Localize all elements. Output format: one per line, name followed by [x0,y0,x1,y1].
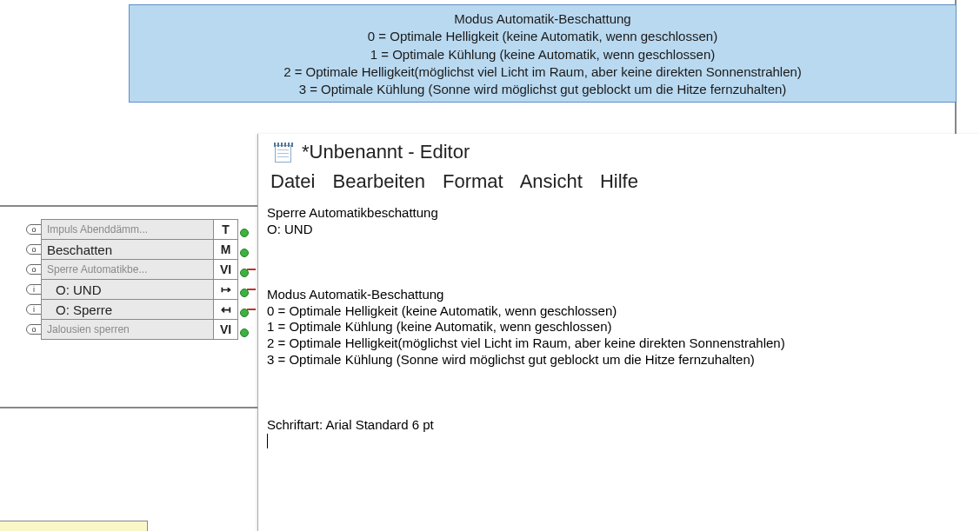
io-connector[interactable] [240,285,252,294]
menu-edit[interactable]: Bearbeiten [332,170,424,192]
io-row[interactable]: oImpuls Abenddämm...T [26,219,252,240]
comment-line: 2 = Optimale Helligkeit(möglichst viel L… [137,63,949,81]
menu-file[interactable]: Datei [270,170,315,192]
io-label: O: UND [41,279,214,300]
io-connector[interactable] [240,265,252,274]
editor-textarea[interactable]: Sperre Automatikbeschattung O: UND Modus… [258,198,980,458]
io-bullet: o [26,244,42,255]
comment-title: Modus Automatik-Beschattung [137,10,949,28]
comment-line: 1 = Optimale Kühlung (keine Automatik, w… [137,46,949,63]
io-connector[interactable] [240,305,252,314]
editor-window: *Unbenannt - Editor Datei Bearbeiten For… [257,134,980,531]
io-connector[interactable] [240,325,252,334]
io-label: Sperre Automatikbe... [41,259,214,280]
io-row[interactable]: iO: UND↦ [26,279,252,300]
io-bullet: o [26,224,42,235]
io-bullet: i [26,304,42,315]
editor-text: Sperre Automatikbeschattung O: UND Modus… [267,205,785,432]
yellow-block [0,521,148,531]
comment-line: 3 = Optimale Kühlung (Sonne wird möglich… [137,81,949,98]
io-type: VI [214,259,238,280]
io-label: O: Sperre [41,299,214,320]
io-type: VI [214,319,238,340]
text-cursor [267,434,268,448]
comment-line: 0 = Optimale Helligkeit (keine Automatik… [137,28,949,45]
io-bullet: o [26,264,42,275]
io-type: T [214,219,238,240]
io-label: Impuls Abenddämm... [41,219,214,240]
io-label: Jalousien sperren [41,319,214,340]
io-block: oImpuls Abenddämm...ToBeschattenMoSperre… [26,219,252,339]
io-row[interactable]: iO: Sperre↤ [26,299,252,320]
io-row[interactable]: oSperre Automatikbe...VI [26,259,252,280]
io-bullet: i [26,284,42,295]
io-connector[interactable] [240,245,252,254]
io-bullet: o [26,324,42,335]
io-row[interactable]: oJalousien sperrenVI [26,319,252,340]
io-type: M [214,239,238,260]
io-type: ↤ [214,299,238,320]
editor-title: *Unbenannt - Editor [302,141,470,163]
editor-menu: Datei Bearbeiten Format Ansicht Hilfe [258,167,980,198]
notepad-icon [274,141,293,163]
io-connector[interactable] [240,225,252,234]
io-label: Beschatten [41,239,214,260]
comment-box: Modus Automatik-Beschattung 0 = Optimale… [129,4,957,103]
io-row[interactable]: oBeschattenM [26,239,252,260]
menu-view[interactable]: Ansicht [520,170,583,192]
menu-help[interactable]: Hilfe [600,170,638,192]
io-type: ↦ [214,279,238,300]
editor-titlebar[interactable]: *Unbenannt - Editor [258,134,980,167]
menu-format[interactable]: Format [443,170,503,192]
